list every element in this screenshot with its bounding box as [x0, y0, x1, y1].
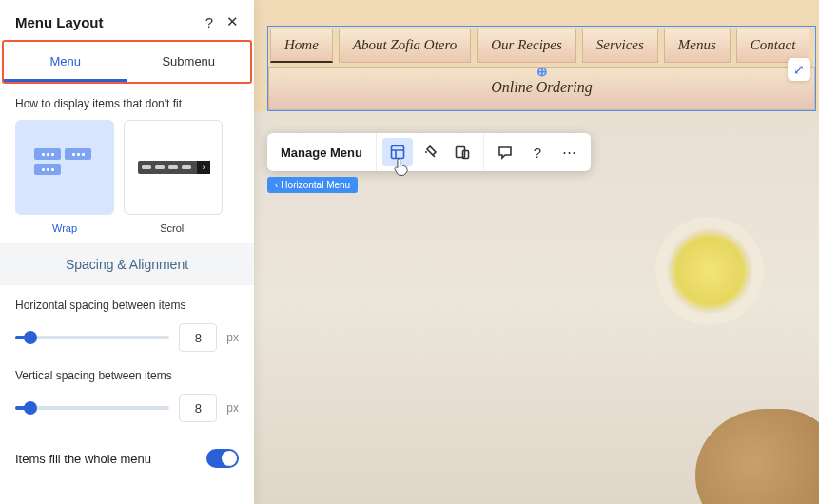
option-scroll-label: Scroll [160, 223, 186, 234]
nav-item-about[interactable]: About Zofia Otero [339, 29, 471, 63]
option-scroll[interactable]: › Scroll [124, 120, 223, 234]
panel-close-icon[interactable]: ✕ [226, 13, 239, 30]
nav-item-recipes[interactable]: Our Recipes [477, 29, 576, 63]
more-icon[interactable]: ⋯ [555, 138, 585, 166]
option-wrap[interactable]: Wrap [15, 120, 114, 234]
element-toolbar: Manage Menu ? ⋯ [267, 133, 591, 171]
comment-icon[interactable] [490, 138, 520, 166]
help-icon[interactable]: ? [522, 138, 553, 166]
tab-submenu[interactable]: Submenu [127, 42, 251, 82]
h-spacing-unit: px [226, 331, 239, 344]
v-spacing-unit: px [226, 401, 239, 415]
fill-menu-label: Items fill the whole menu [15, 452, 151, 466]
nav-item-services[interactable]: Services [582, 29, 658, 63]
manage-menu-button[interactable]: Manage Menu [267, 133, 377, 171]
breadcrumb-chip[interactable]: ‹ Horizontal Menu [267, 177, 358, 193]
option-wrap-label: Wrap [52, 223, 77, 234]
v-spacing-input[interactable] [179, 394, 217, 422]
design-icon[interactable] [415, 138, 445, 166]
breadcrumb-label: Horizontal Menu [281, 180, 350, 190]
horizontal-menu-selection[interactable]: Home About Zofia Otero Our Recipes Servi… [267, 26, 816, 111]
chevron-left-icon: ‹ [275, 180, 278, 190]
panel-title: Menu Layout [15, 14, 104, 30]
responsive-icon[interactable] [447, 138, 478, 166]
scroll-icon: › [138, 161, 208, 174]
svg-rect-0 [391, 146, 403, 159]
h-spacing-label: Horizontal spacing between items [15, 299, 239, 312]
section-spacing-header: Spacing & Alignment [0, 243, 254, 285]
add-item-handle-icon[interactable]: ⊕ [536, 64, 548, 79]
wrap-icon [34, 148, 95, 186]
fill-menu-toggle[interactable] [206, 449, 239, 468]
h-spacing-input[interactable] [179, 323, 217, 352]
expand-icon[interactable]: ⤢ [788, 58, 810, 81]
layout-icon[interactable] [382, 138, 413, 166]
nav-item-home[interactable]: Home [270, 29, 333, 63]
panel-help-icon[interactable]: ? [205, 14, 213, 30]
v-spacing-label: Vertical spacing between items [15, 369, 239, 382]
tab-menu[interactable]: Menu [4, 42, 127, 82]
v-spacing-slider[interactable] [15, 406, 169, 410]
background-decor-yolk [667, 228, 752, 314]
display-mode-label: How to display items that don't fit [15, 97, 239, 110]
panel-tabs: Menu Submenu [2, 40, 252, 84]
nav-item-menus[interactable]: Menus [664, 29, 731, 63]
menu-layout-panel: Menu Layout ? ✕ Menu Submenu How to disp… [0, 0, 254, 504]
h-spacing-slider[interactable] [15, 336, 169, 339]
background-decor-bread [695, 409, 819, 504]
